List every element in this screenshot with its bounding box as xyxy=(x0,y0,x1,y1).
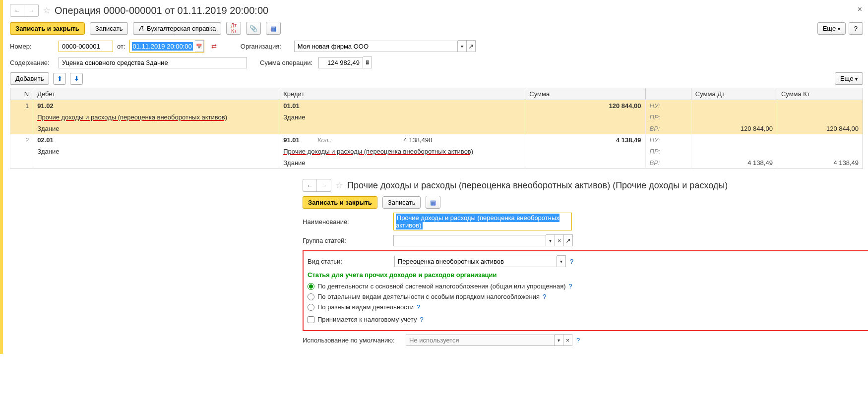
radio-special-tax-label: По отдельным видам деятельности с особым… xyxy=(317,293,540,300)
table-row[interactable]: 2 02.01 91.01 Кол.: 4 138,490 4 138,49 Н… xyxy=(10,134,863,146)
nu-label: НУ: xyxy=(645,100,691,112)
help-button[interactable]: ? xyxy=(849,22,863,35)
attach-button[interactable]: 📎 xyxy=(246,22,261,35)
table-row[interactable]: 1 91.02 01.01 120 844,00 НУ: xyxy=(10,100,863,112)
radio-main-tax[interactable] xyxy=(308,283,314,290)
star-icon[interactable]: ☆ xyxy=(43,5,51,16)
help-icon[interactable]: ? xyxy=(543,293,546,300)
debit-acc: 91.02 xyxy=(37,102,54,110)
kind-dropdown[interactable]: ▾ xyxy=(557,255,566,267)
sub-back-button[interactable]: ← xyxy=(303,179,317,191)
list-icon: ▤ xyxy=(270,25,276,32)
dt-vr: 120 844,00 xyxy=(691,123,777,134)
group-dropdown[interactable]: ▾ xyxy=(546,234,555,246)
printer-icon: 🖨 xyxy=(138,25,145,32)
section-heading: Статья для учета прочих доходов и расход… xyxy=(308,271,868,279)
kind-input[interactable] xyxy=(394,256,557,267)
calc-button[interactable]: 🖩 xyxy=(363,57,372,68)
credit-detail: Здание xyxy=(279,112,525,123)
group-label: Группа статей: xyxy=(303,237,389,244)
kt-vr: 120 844,00 xyxy=(777,123,863,134)
dt-kt-button[interactable]: ДтКт xyxy=(226,22,241,35)
table-more-label: Еще xyxy=(840,75,853,82)
pr-label: ПР: xyxy=(645,146,691,157)
radio-various[interactable] xyxy=(308,304,314,311)
table-row[interactable]: Здание Прочие доходы и расходы (переоцен… xyxy=(10,146,863,157)
back-button[interactable]: ← xyxy=(10,4,24,16)
name-input[interactable]: Прочие доходы и расходы (переоценка внео… xyxy=(393,213,572,230)
forward-button[interactable]: → xyxy=(24,4,38,16)
sub-star-icon[interactable]: ☆ xyxy=(335,180,343,191)
save-close-button[interactable]: Записать и закрыть xyxy=(10,22,85,35)
group-clear-button[interactable]: × xyxy=(555,234,564,246)
calculator-icon: 🖩 xyxy=(365,60,370,65)
credit-acc: 91.01 xyxy=(283,136,300,144)
help-icon[interactable]: ? xyxy=(569,283,572,290)
tax-accept-label: Принимается к налоговому учету xyxy=(317,316,417,323)
link-icon[interactable]: ⇄ xyxy=(211,43,217,50)
sub-save-close-button[interactable]: Записать и закрыть xyxy=(303,196,377,209)
sub-save-button[interactable]: Записать xyxy=(382,196,421,209)
date-picker-button[interactable]: 📅 xyxy=(195,40,204,52)
radio-special-tax[interactable] xyxy=(308,293,314,300)
org-dropdown[interactable]: ▾ xyxy=(458,40,467,52)
help-icon[interactable]: ? xyxy=(576,337,580,344)
row-n: 1 xyxy=(10,100,33,112)
row-sum: 120 844,00 xyxy=(609,102,641,110)
qty-label: Кол.: xyxy=(317,136,332,144)
col-sum-dt: Сумма Дт xyxy=(691,88,777,100)
group-open-button[interactable]: ↗ xyxy=(564,234,573,246)
credit-detail: Прочие доходы и расходы (переоценка внео… xyxy=(283,148,473,155)
vr-label: ВР: xyxy=(645,123,691,134)
use-clear-button[interactable]: × xyxy=(563,334,572,346)
table-more-button[interactable]: Еще ▾ xyxy=(835,72,863,85)
help-icon[interactable]: ? xyxy=(570,258,573,265)
more-button[interactable]: Еще ▾ xyxy=(817,22,846,35)
sub-list-button[interactable]: ▤ xyxy=(426,196,440,209)
add-button[interactable]: Добавить xyxy=(10,72,49,85)
dt-vr: 4 138,49 xyxy=(691,157,777,169)
debit-acc: 02.01 xyxy=(37,136,54,144)
org-open-button[interactable]: ↗ xyxy=(467,40,476,52)
table-row[interactable]: Здание ВР: 4 138,49 4 138,49 xyxy=(10,157,863,169)
list-button[interactable]: ▤ xyxy=(266,22,281,35)
col-debit: Дебет xyxy=(33,88,279,100)
entries-table: N Дебет Кредит Сумма Сумма Дт Сумма Кт 1… xyxy=(10,88,863,169)
col-credit: Кредит xyxy=(279,88,525,100)
table-row[interactable]: Прочие доходы и расходы (переоценка внео… xyxy=(10,112,863,123)
date-input[interactable]: 01.11.2019 20:00:00 xyxy=(130,42,195,51)
more-label: Еще xyxy=(823,25,836,32)
org-input[interactable] xyxy=(294,41,458,52)
close-icon[interactable]: × xyxy=(858,5,862,14)
desc-label: Содержание: xyxy=(10,59,55,66)
help-icon[interactable]: ? xyxy=(420,316,423,323)
nu-label: НУ: xyxy=(645,134,691,146)
vr-label: ВР: xyxy=(645,157,691,169)
print-ref-button[interactable]: 🖨 Бухгалтерская справка xyxy=(133,22,221,35)
row-n: 2 xyxy=(10,134,33,146)
group-input[interactable] xyxy=(393,235,546,246)
calendar-icon: 📅 xyxy=(196,44,202,49)
table-row[interactable]: Здание ВР: 120 844,00 120 844,00 xyxy=(10,123,863,134)
sum-input[interactable] xyxy=(318,57,363,68)
paperclip-icon: 📎 xyxy=(249,25,257,32)
col-sum: Сумма xyxy=(525,88,645,100)
help-icon[interactable]: ? xyxy=(417,303,420,311)
use-dropdown[interactable]: ▾ xyxy=(555,334,563,346)
sub-forward-button[interactable]: → xyxy=(317,179,331,191)
tax-accept-checkbox[interactable] xyxy=(308,316,314,323)
move-up-button[interactable]: ⬆ xyxy=(53,73,66,85)
page-title: Операция 0000-000001 от 01.11.2019 20:00… xyxy=(55,5,268,16)
move-down-button[interactable]: ⬇ xyxy=(70,73,83,85)
from-label: от: xyxy=(117,43,125,50)
number-input[interactable] xyxy=(59,41,113,52)
credit-detail2: Здание xyxy=(279,157,525,169)
row-sum: 4 138,49 xyxy=(616,136,641,144)
desc-input[interactable] xyxy=(59,57,247,68)
radio-various-label: По разным видам деятельности xyxy=(317,303,414,311)
save-button[interactable]: Записать xyxy=(90,22,128,35)
pr-label: ПР: xyxy=(645,112,691,123)
debit-detail: Прочие доходы и расходы (переоценка внео… xyxy=(37,113,227,121)
use-input[interactable] xyxy=(406,335,555,346)
sum-label: Сумма операции: xyxy=(260,59,314,66)
